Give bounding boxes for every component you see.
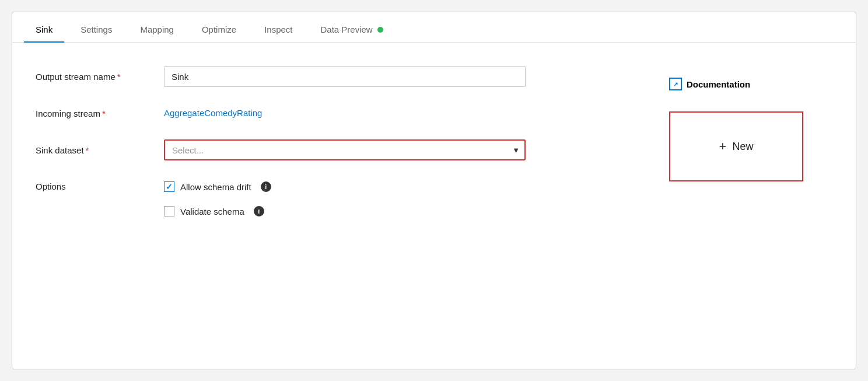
- tab-bar: Sink Settings Mapping Optimize Inspect D…: [12, 12, 856, 43]
- validate-schema-label: Validate schema: [180, 207, 244, 216]
- validate-schema-checkbox[interactable]: [164, 206, 174, 216]
- incoming-stream-control: AggregateComedyRating: [164, 108, 634, 118]
- incoming-stream-row: Incoming stream* AggregateComedyRating: [36, 108, 634, 118]
- options-controls: ✓ Allow schema drift i Validate schema i: [164, 181, 634, 216]
- output-stream-name-control: [164, 66, 634, 87]
- sink-dataset-row: Sink dataset* Select... ▼: [36, 139, 634, 160]
- form-right: ↗ Documentation + New: [669, 66, 832, 237]
- allow-schema-drift-label: Allow schema drift: [180, 182, 251, 192]
- data-preview-status-dot: [377, 27, 383, 33]
- options-control: ✓ Allow schema drift i Validate schema i: [164, 181, 634, 216]
- output-stream-required-star: *: [117, 72, 121, 82]
- allow-schema-drift-row: ✓ Allow schema drift i: [164, 181, 634, 192]
- options-label: Options: [36, 181, 164, 191]
- tab-data-preview[interactable]: Data Preview: [309, 18, 395, 43]
- form-area: Output stream name* Incoming stream* Agg…: [36, 66, 832, 237]
- incoming-stream-link[interactable]: AggregateComedyRating: [164, 108, 262, 118]
- tab-optimize[interactable]: Optimize: [190, 18, 248, 43]
- plus-icon: +: [719, 139, 727, 154]
- allow-schema-drift-info-icon[interactable]: i: [261, 181, 271, 192]
- allow-schema-drift-checkbox[interactable]: ✓: [164, 181, 174, 192]
- output-stream-name-input[interactable]: [164, 66, 526, 87]
- tab-mapping[interactable]: Mapping: [128, 18, 186, 43]
- output-stream-name-label: Output stream name*: [36, 72, 164, 82]
- validate-schema-info-icon[interactable]: i: [254, 206, 264, 216]
- main-container: Sink Settings Mapping Optimize Inspect D…: [12, 12, 856, 369]
- validate-schema-row: Validate schema i: [164, 206, 634, 216]
- external-link-icon: ↗: [669, 78, 682, 90]
- checkmark-icon: ✓: [166, 182, 173, 191]
- new-button-label: New: [732, 141, 753, 153]
- output-stream-name-row: Output stream name*: [36, 66, 634, 87]
- incoming-stream-required-star: *: [102, 109, 106, 118]
- tab-settings[interactable]: Settings: [69, 18, 124, 43]
- sink-dataset-required-star: *: [86, 145, 89, 155]
- options-row: Options ✓ Allow schema drift i: [36, 181, 634, 216]
- form-left: Output stream name* Incoming stream* Agg…: [36, 66, 634, 237]
- incoming-stream-label: Incoming stream*: [36, 109, 164, 118]
- content-area: Output stream name* Incoming stream* Agg…: [12, 43, 856, 369]
- documentation-label: Documentation: [687, 79, 750, 89]
- documentation-link[interactable]: ↗ Documentation: [669, 78, 750, 90]
- sink-dataset-control: Select... ▼: [164, 139, 634, 160]
- sink-dataset-label: Sink dataset*: [36, 145, 164, 155]
- sink-dataset-select[interactable]: Select...: [164, 139, 526, 160]
- tab-data-preview-label: Data Preview: [321, 25, 373, 34]
- tab-sink[interactable]: Sink: [24, 18, 64, 43]
- sink-dataset-select-wrapper: Select... ▼: [164, 139, 526, 160]
- tab-inspect[interactable]: Inspect: [253, 18, 304, 43]
- new-button[interactable]: + New: [669, 111, 803, 181]
